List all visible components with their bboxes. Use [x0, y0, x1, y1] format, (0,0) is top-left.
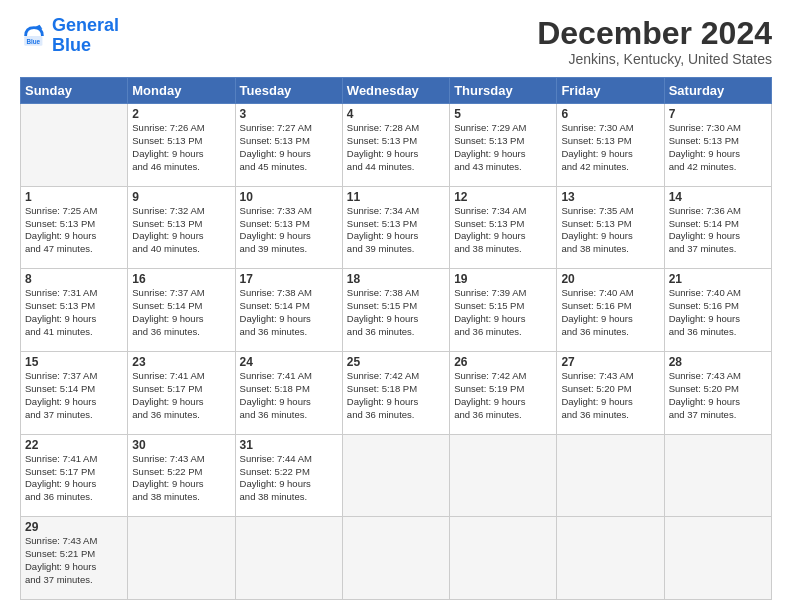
day-number: 2: [132, 107, 230, 121]
calendar-cell: 30Sunrise: 7:43 AM Sunset: 5:22 PM Dayli…: [128, 434, 235, 517]
header-monday: Monday: [128, 78, 235, 104]
cell-info: Sunrise: 7:43 AM Sunset: 5:20 PM Dayligh…: [669, 370, 767, 421]
calendar-cell: 6Sunrise: 7:30 AM Sunset: 5:13 PM Daylig…: [557, 104, 664, 187]
calendar-cell: 8Sunrise: 7:31 AM Sunset: 5:13 PM Daylig…: [21, 269, 128, 352]
calendar-week-row: 1Sunrise: 7:25 AM Sunset: 5:13 PM Daylig…: [21, 186, 772, 269]
calendar-cell: [235, 517, 342, 600]
calendar-cell: 21Sunrise: 7:40 AM Sunset: 5:16 PM Dayli…: [664, 269, 771, 352]
header: Blue GeneralBlue December 2024 Jenkins, …: [20, 16, 772, 67]
header-wednesday: Wednesday: [342, 78, 449, 104]
day-number: 20: [561, 272, 659, 286]
day-number: 10: [240, 190, 338, 204]
header-sunday: Sunday: [21, 78, 128, 104]
calendar-week-row: 22Sunrise: 7:41 AM Sunset: 5:17 PM Dayli…: [21, 434, 772, 517]
calendar-week-row: 8Sunrise: 7:31 AM Sunset: 5:13 PM Daylig…: [21, 269, 772, 352]
cell-info: Sunrise: 7:37 AM Sunset: 5:14 PM Dayligh…: [132, 287, 230, 338]
calendar-cell: 11Sunrise: 7:34 AM Sunset: 5:13 PM Dayli…: [342, 186, 449, 269]
calendar-cell: 27Sunrise: 7:43 AM Sunset: 5:20 PM Dayli…: [557, 352, 664, 435]
calendar-cell: [128, 517, 235, 600]
calendar-cell: 17Sunrise: 7:38 AM Sunset: 5:14 PM Dayli…: [235, 269, 342, 352]
day-number: 21: [669, 272, 767, 286]
calendar-cell: [450, 434, 557, 517]
calendar-week-row: 2Sunrise: 7:26 AM Sunset: 5:13 PM Daylig…: [21, 104, 772, 187]
header-saturday: Saturday: [664, 78, 771, 104]
cell-info: Sunrise: 7:38 AM Sunset: 5:14 PM Dayligh…: [240, 287, 338, 338]
day-number: 19: [454, 272, 552, 286]
logo: Blue GeneralBlue: [20, 16, 119, 56]
calendar-cell: [450, 517, 557, 600]
cell-info: Sunrise: 7:34 AM Sunset: 5:13 PM Dayligh…: [347, 205, 445, 256]
calendar-cell: 12Sunrise: 7:34 AM Sunset: 5:13 PM Dayli…: [450, 186, 557, 269]
calendar-cell: 19Sunrise: 7:39 AM Sunset: 5:15 PM Dayli…: [450, 269, 557, 352]
cell-info: Sunrise: 7:37 AM Sunset: 5:14 PM Dayligh…: [25, 370, 123, 421]
day-number: 5: [454, 107, 552, 121]
header-tuesday: Tuesday: [235, 78, 342, 104]
cell-info: Sunrise: 7:42 AM Sunset: 5:19 PM Dayligh…: [454, 370, 552, 421]
day-number: 25: [347, 355, 445, 369]
day-number: 1: [25, 190, 123, 204]
calendar-cell: [664, 517, 771, 600]
calendar-cell: 16Sunrise: 7:37 AM Sunset: 5:14 PM Dayli…: [128, 269, 235, 352]
calendar-cell: 14Sunrise: 7:36 AM Sunset: 5:14 PM Dayli…: [664, 186, 771, 269]
calendar-cell: 1Sunrise: 7:25 AM Sunset: 5:13 PM Daylig…: [21, 186, 128, 269]
day-number: 29: [25, 520, 123, 534]
cell-info: Sunrise: 7:30 AM Sunset: 5:13 PM Dayligh…: [669, 122, 767, 173]
calendar-week-row: 29Sunrise: 7:43 AM Sunset: 5:21 PM Dayli…: [21, 517, 772, 600]
cell-info: Sunrise: 7:28 AM Sunset: 5:13 PM Dayligh…: [347, 122, 445, 173]
day-number: 18: [347, 272, 445, 286]
cell-info: Sunrise: 7:25 AM Sunset: 5:13 PM Dayligh…: [25, 205, 123, 256]
day-number: 17: [240, 272, 338, 286]
calendar-cell: [21, 104, 128, 187]
header-thursday: Thursday: [450, 78, 557, 104]
calendar-cell: 13Sunrise: 7:35 AM Sunset: 5:13 PM Dayli…: [557, 186, 664, 269]
day-number: 4: [347, 107, 445, 121]
calendar-cell: 31Sunrise: 7:44 AM Sunset: 5:22 PM Dayli…: [235, 434, 342, 517]
header-friday: Friday: [557, 78, 664, 104]
title-block: December 2024 Jenkins, Kentucky, United …: [537, 16, 772, 67]
cell-info: Sunrise: 7:41 AM Sunset: 5:17 PM Dayligh…: [25, 453, 123, 504]
calendar-cell: 5Sunrise: 7:29 AM Sunset: 5:13 PM Daylig…: [450, 104, 557, 187]
day-number: 28: [669, 355, 767, 369]
day-number: 24: [240, 355, 338, 369]
cell-info: Sunrise: 7:35 AM Sunset: 5:13 PM Dayligh…: [561, 205, 659, 256]
calendar-cell: 4Sunrise: 7:28 AM Sunset: 5:13 PM Daylig…: [342, 104, 449, 187]
day-number: 11: [347, 190, 445, 204]
day-number: 12: [454, 190, 552, 204]
cell-info: Sunrise: 7:29 AM Sunset: 5:13 PM Dayligh…: [454, 122, 552, 173]
cell-info: Sunrise: 7:30 AM Sunset: 5:13 PM Dayligh…: [561, 122, 659, 173]
calendar-cell: 25Sunrise: 7:42 AM Sunset: 5:18 PM Dayli…: [342, 352, 449, 435]
calendar-cell: 22Sunrise: 7:41 AM Sunset: 5:17 PM Dayli…: [21, 434, 128, 517]
cell-info: Sunrise: 7:43 AM Sunset: 5:22 PM Dayligh…: [132, 453, 230, 504]
cell-info: Sunrise: 7:34 AM Sunset: 5:13 PM Dayligh…: [454, 205, 552, 256]
cell-info: Sunrise: 7:26 AM Sunset: 5:13 PM Dayligh…: [132, 122, 230, 173]
day-number: 27: [561, 355, 659, 369]
calendar-cell: 3Sunrise: 7:27 AM Sunset: 5:13 PM Daylig…: [235, 104, 342, 187]
day-number: 3: [240, 107, 338, 121]
calendar-week-row: 15Sunrise: 7:37 AM Sunset: 5:14 PM Dayli…: [21, 352, 772, 435]
cell-info: Sunrise: 7:33 AM Sunset: 5:13 PM Dayligh…: [240, 205, 338, 256]
day-number: 31: [240, 438, 338, 452]
cell-info: Sunrise: 7:41 AM Sunset: 5:18 PM Dayligh…: [240, 370, 338, 421]
cell-info: Sunrise: 7:43 AM Sunset: 5:21 PM Dayligh…: [25, 535, 123, 586]
day-number: 22: [25, 438, 123, 452]
calendar-cell: [557, 517, 664, 600]
calendar-cell: 26Sunrise: 7:42 AM Sunset: 5:19 PM Dayli…: [450, 352, 557, 435]
calendar-cell: 9Sunrise: 7:32 AM Sunset: 5:13 PM Daylig…: [128, 186, 235, 269]
subtitle: Jenkins, Kentucky, United States: [537, 51, 772, 67]
cell-info: Sunrise: 7:36 AM Sunset: 5:14 PM Dayligh…: [669, 205, 767, 256]
calendar-cell: 29Sunrise: 7:43 AM Sunset: 5:21 PM Dayli…: [21, 517, 128, 600]
calendar-table: Sunday Monday Tuesday Wednesday Thursday…: [20, 77, 772, 600]
day-number: 7: [669, 107, 767, 121]
logo-text: GeneralBlue: [52, 16, 119, 56]
calendar-cell: 20Sunrise: 7:40 AM Sunset: 5:16 PM Dayli…: [557, 269, 664, 352]
day-number: 8: [25, 272, 123, 286]
calendar-cell: 28Sunrise: 7:43 AM Sunset: 5:20 PM Dayli…: [664, 352, 771, 435]
day-number: 6: [561, 107, 659, 121]
cell-info: Sunrise: 7:27 AM Sunset: 5:13 PM Dayligh…: [240, 122, 338, 173]
calendar-cell: 2Sunrise: 7:26 AM Sunset: 5:13 PM Daylig…: [128, 104, 235, 187]
day-number: 13: [561, 190, 659, 204]
logo-icon: Blue: [20, 22, 48, 50]
cell-info: Sunrise: 7:44 AM Sunset: 5:22 PM Dayligh…: [240, 453, 338, 504]
cell-info: Sunrise: 7:31 AM Sunset: 5:13 PM Dayligh…: [25, 287, 123, 338]
cell-info: Sunrise: 7:40 AM Sunset: 5:16 PM Dayligh…: [561, 287, 659, 338]
